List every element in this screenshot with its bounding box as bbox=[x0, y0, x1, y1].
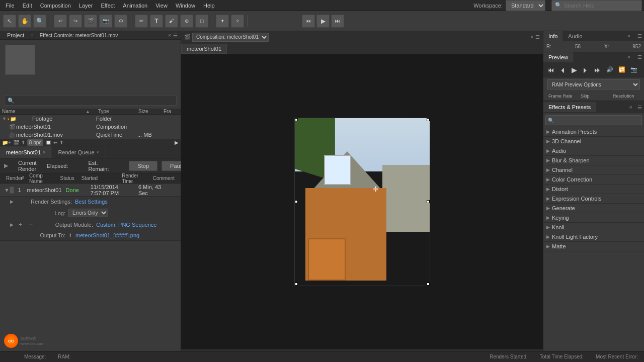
menu-file[interactable]: File bbox=[2, 2, 18, 10]
list-item[interactable]: ▶ Generate bbox=[543, 204, 644, 213]
flow-btn[interactable]: ⬅ bbox=[53, 140, 57, 145]
effects-search-box[interactable]: 🔍 bbox=[545, 115, 642, 125]
project-tab[interactable]: Project bbox=[3, 31, 28, 39]
output-add-btn[interactable]: + bbox=[19, 221, 22, 228]
menu-effect[interactable]: Effect bbox=[97, 2, 118, 10]
audio-tab[interactable]: Audio bbox=[563, 31, 588, 41]
tool-redo[interactable]: ↪ bbox=[69, 15, 82, 28]
expand-project[interactable]: ▶ bbox=[175, 140, 179, 145]
tool-camera[interactable]: 📷 bbox=[99, 15, 112, 28]
new-folder-btn[interactable]: 📁+ bbox=[2, 140, 11, 145]
tab-render-queue[interactable]: Render Queue × bbox=[52, 146, 105, 158]
list-item[interactable]: ▶ Expression Controls bbox=[543, 194, 644, 204]
tool-eraser[interactable]: ◻ bbox=[195, 15, 208, 28]
tool-next-frame[interactable]: ⏭ bbox=[331, 15, 344, 28]
transform-handle-mr[interactable] bbox=[427, 200, 430, 203]
preview-audio[interactable]: 🔊 bbox=[604, 65, 615, 74]
comp-header-menu[interactable]: ☰ bbox=[535, 34, 540, 40]
color-mgmt-icon[interactable]: 🔲 bbox=[45, 140, 51, 145]
expand-current-render[interactable]: ▶ bbox=[4, 162, 8, 169]
render-queue-row[interactable]: ▼ 1 meteorShot01 Done 11/15/2014, 7:57:0… bbox=[0, 184, 181, 197]
tool-new-comp[interactable]: 🎬 bbox=[84, 15, 97, 28]
workspace-select[interactable]: Standard bbox=[506, 0, 545, 11]
transform-handle-ml[interactable] bbox=[295, 200, 298, 203]
search-help-input[interactable] bbox=[564, 3, 634, 9]
list-item[interactable]: 🎥 meteorShot01.mov QuickTime ... MB bbox=[7, 131, 181, 139]
project-search-input[interactable] bbox=[4, 96, 177, 106]
ram-preview-select[interactable]: RAM Preview Options bbox=[547, 79, 640, 89]
menu-edit[interactable]: Edit bbox=[19, 2, 36, 10]
list-item[interactable]: ▶ Keying bbox=[543, 213, 644, 223]
list-item[interactable]: ▶ Matte bbox=[543, 242, 644, 251]
import-btn[interactable]: ⬆ bbox=[21, 140, 25, 145]
comp-viewport[interactable]: ✛ bbox=[181, 54, 543, 349]
list-item[interactable]: ▶ 3D Channel bbox=[543, 137, 644, 146]
rq-check[interactable] bbox=[10, 187, 14, 194]
menu-view[interactable]: View bbox=[152, 2, 171, 10]
tool-puppet[interactable]: ✦ bbox=[216, 15, 229, 28]
new-comp-btn[interactable]: 🎬 bbox=[13, 140, 19, 145]
effects-search-input[interactable] bbox=[554, 118, 639, 123]
menu-window[interactable]: Window bbox=[172, 2, 199, 10]
list-item[interactable]: ▶ Knoll Light Factory bbox=[543, 232, 644, 242]
render-settings-expand[interactable]: ▶ bbox=[10, 199, 14, 204]
tool-pen[interactable]: ✏ bbox=[135, 15, 148, 28]
preview-next-frame[interactable]: ⏵ bbox=[580, 65, 591, 75]
tool-hand[interactable]: ✋ bbox=[18, 15, 31, 28]
info-panel-menu[interactable]: ☰ bbox=[635, 31, 644, 41]
project-panel-menu[interactable]: ☰ bbox=[173, 33, 178, 38]
menu-help[interactable]: Help bbox=[200, 2, 218, 10]
stop-button[interactable]: Stop bbox=[129, 161, 157, 171]
tool-select[interactable]: ↖ bbox=[3, 15, 16, 28]
tool-brush[interactable]: 🖌 bbox=[165, 15, 178, 28]
preview-play[interactable]: ▶ bbox=[570, 65, 579, 75]
menu-composition[interactable]: Composition bbox=[37, 2, 74, 10]
tool-settings[interactable]: ⚙ bbox=[114, 15, 127, 28]
preview-prev-frame[interactable]: ⏴ bbox=[557, 65, 569, 75]
list-item[interactable]: ▶ Channel bbox=[543, 165, 644, 175]
render-settings-value[interactable]: Best Settings bbox=[75, 199, 108, 205]
transform-handle-tr[interactable] bbox=[427, 118, 430, 121]
preview-panel-menu[interactable]: ☰ bbox=[635, 52, 644, 62]
effect-controls-tab[interactable]: Effect Controls: meteorShot01.mov bbox=[36, 32, 122, 39]
tool-play[interactable]: ▶ bbox=[316, 15, 330, 28]
tool-prev-frame[interactable]: ⏮ bbox=[302, 15, 315, 28]
list-item[interactable]: ▼ ▪ 📁 Footage Folder bbox=[0, 115, 181, 123]
rq-row-expand[interactable]: ▼ bbox=[4, 187, 10, 193]
render-queue-btn[interactable]: ⬆ bbox=[59, 140, 63, 145]
menu-animation[interactable]: Animation bbox=[119, 2, 151, 10]
tab-close[interactable]: × bbox=[97, 150, 99, 155]
info-panel-close[interactable]: × bbox=[624, 31, 633, 41]
transform-handle-tl[interactable] bbox=[295, 118, 298, 121]
tool-clone[interactable]: ⊕ bbox=[180, 15, 193, 28]
search-help-box[interactable]: 🔍 bbox=[551, 0, 642, 11]
preview-tab[interactable]: Preview bbox=[543, 52, 574, 62]
list-item[interactable]: ▶ Distort bbox=[543, 185, 644, 194]
tool-zoom[interactable]: 🔍 bbox=[33, 15, 46, 28]
output-module-expand[interactable]: ▶ bbox=[10, 222, 14, 227]
preview-first-frame[interactable]: ⏮ bbox=[545, 65, 556, 75]
info-tab[interactable]: Info bbox=[543, 31, 563, 41]
output-module-value[interactable]: Custom: PNG Sequence bbox=[96, 222, 156, 228]
list-item[interactable]: 🎬 meteorShot01 Composition bbox=[7, 123, 181, 131]
list-item[interactable]: ▶ Animation Presets bbox=[543, 127, 644, 137]
comp-header-close[interactable]: × bbox=[530, 34, 533, 40]
tab-close[interactable]: × bbox=[43, 150, 45, 155]
list-item[interactable]: ▶ Knoll bbox=[543, 223, 644, 232]
effects-panel-menu[interactable]: ☰ bbox=[635, 103, 644, 112]
preview-panel-close[interactable]: × bbox=[624, 52, 633, 62]
transform-handle-bl[interactable] bbox=[295, 283, 298, 286]
log-select[interactable]: Errors Only bbox=[68, 209, 108, 217]
list-item[interactable]: ▶ Color Correction bbox=[543, 175, 644, 185]
list-item[interactable]: ▶ Blur & Sharpen bbox=[543, 156, 644, 165]
effects-presets-tab[interactable]: Effects & Presets bbox=[543, 102, 596, 112]
tab-meteorshot01[interactable]: meteorShot01 × bbox=[0, 146, 52, 158]
tool-text[interactable]: T bbox=[150, 15, 163, 28]
transform-handle-br[interactable] bbox=[427, 283, 430, 286]
output-to-value[interactable]: meteorShot01_[####].png bbox=[75, 232, 139, 238]
preview-snapshot[interactable]: 📷 bbox=[628, 65, 639, 74]
tool-roto[interactable]: ✧ bbox=[231, 15, 244, 28]
menu-layer[interactable]: Layer bbox=[75, 2, 97, 10]
preview-last-frame[interactable]: ⏭ bbox=[592, 65, 603, 75]
comp-tab-meteorshot[interactable]: meteorShot01 bbox=[181, 44, 227, 54]
